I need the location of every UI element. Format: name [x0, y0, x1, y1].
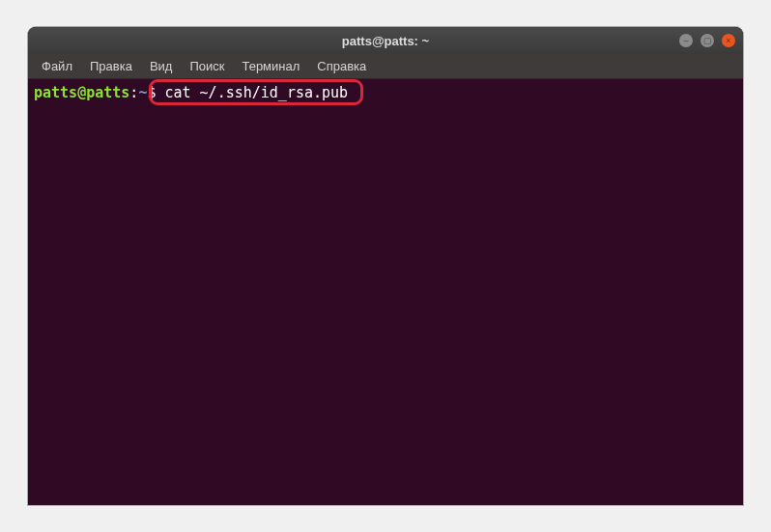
menu-view[interactable]: Вид: [142, 57, 181, 75]
close-button[interactable]: ×: [722, 34, 735, 47]
terminal-body[interactable]: patts@patts:~$ cat ~/.ssh/id_rsa.pub: [28, 79, 743, 505]
menu-help[interactable]: Справка: [309, 57, 374, 75]
command-text: cat ~/.ssh/id_rsa.pub: [156, 83, 348, 102]
prompt-line: patts@patts:~$ cat ~/.ssh/id_rsa.pub: [34, 83, 737, 102]
window-controls: – ▢ ×: [679, 34, 735, 47]
menu-search[interactable]: Поиск: [182, 57, 232, 75]
menubar: Файл Правка Вид Поиск Терминал Справка: [28, 54, 743, 79]
prompt-colon: :: [129, 83, 138, 102]
menu-terminal[interactable]: Терминал: [234, 57, 307, 75]
prompt-symbol: $: [147, 83, 156, 102]
maximize-button[interactable]: ▢: [700, 34, 714, 47]
terminal-window: patts@patts: ~ – ▢ × Файл Правка Вид Пои…: [28, 27, 743, 505]
menu-file[interactable]: Файл: [34, 57, 80, 75]
titlebar: patts@patts: ~ – ▢ ×: [28, 27, 743, 54]
window-title: patts@patts: ~: [342, 34, 429, 48]
menu-edit[interactable]: Правка: [82, 57, 140, 75]
prompt-user-host: patts@patts: [34, 83, 129, 102]
minimize-button[interactable]: –: [679, 34, 693, 47]
prompt-path: ~: [138, 83, 147, 102]
